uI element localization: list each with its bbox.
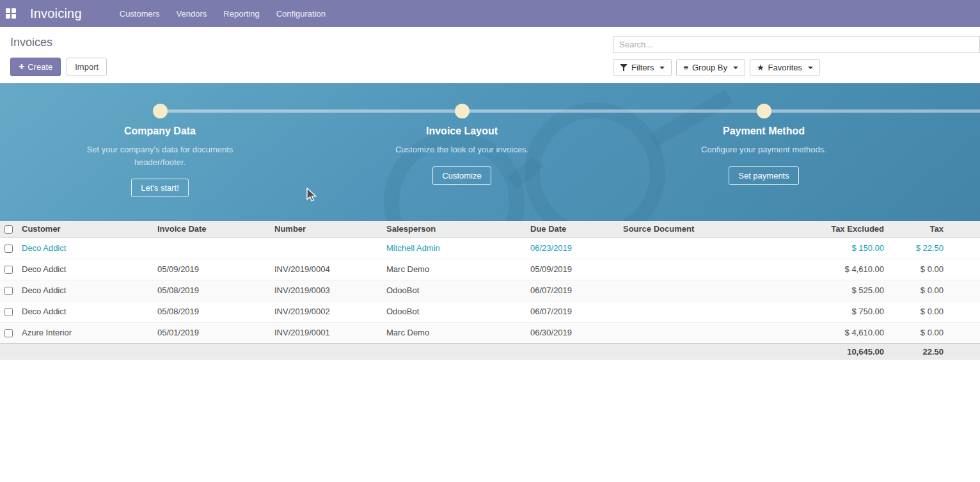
table-row[interactable]: Deco Addict 05/08/2019 INV/2019/0003 Odo… [0, 280, 980, 301]
set-payments-button[interactable]: Set payments [729, 166, 799, 185]
filters-label: Filters [631, 63, 654, 72]
customize-button[interactable]: Customize [432, 166, 491, 185]
cell-invoice-date: 05/08/2019 [152, 301, 269, 322]
onboarding-step-payment-method: Payment Method Configure your payment me… [668, 125, 860, 185]
cell-due-date: 06/23/2019 [525, 237, 618, 259]
row-checkbox[interactable] [4, 245, 13, 253]
cell-tax-excluded: $ 525.00 [782, 280, 889, 301]
total-tax-excluded: 10,645.00 [782, 343, 889, 360]
cell-number: INV/2019/0001 [269, 322, 381, 343]
cell-salesperson: OdooBot [381, 301, 525, 322]
cell-customer: Deco Addict [17, 259, 152, 280]
cell-due-date: 06/07/2019 [525, 301, 618, 322]
table-row[interactable]: Deco Addict 05/08/2019 INV/2019/0002 Odo… [0, 301, 980, 322]
onboarding-step-invoice-layout: Invoice Layout Customize the look of you… [366, 125, 558, 185]
cell-number: INV/2019/0002 [269, 301, 381, 322]
favorites-dropdown[interactable]: ★ Favorites [750, 59, 820, 76]
cell-salesperson: Mitchell Admin [381, 237, 525, 259]
col-customer[interactable]: Customer [17, 221, 152, 237]
row-checkbox[interactable] [4, 287, 13, 295]
col-number[interactable]: Number [269, 221, 381, 237]
filters-dropdown[interactable]: Filters [613, 59, 672, 76]
step-description: Customize the look of your invoices. [388, 143, 536, 156]
cell-tax-excluded: $ 4,610.00 [782, 322, 889, 343]
cell-customer: Deco Addict [17, 237, 152, 259]
menu-configuration[interactable]: Configuration [268, 0, 334, 27]
select-all-checkbox[interactable] [4, 225, 13, 234]
apps-menu-icon[interactable] [6, 8, 17, 19]
cell-tax: $ 0.00 [889, 301, 949, 322]
step-title: Invoice Layout [366, 125, 558, 137]
cell-tax: $ 0.00 [889, 322, 949, 343]
onboarding-step-company-data: Company Data Set your company's data for… [64, 125, 256, 197]
cell-invoice-date: 05/01/2019 [152, 322, 269, 343]
cell-source-document [618, 322, 782, 343]
onboarding-progress-line [160, 109, 980, 113]
cell-due-date: 06/30/2019 [525, 322, 618, 343]
table-row[interactable]: Deco Addict 05/09/2019 INV/2019/0004 Mar… [0, 259, 980, 280]
cell-salesperson: Marc Demo [381, 259, 525, 280]
cell-tax: $ 0.00 [889, 280, 949, 301]
cell-number [269, 237, 381, 259]
group-by-label: Group By [692, 63, 727, 72]
row-checkbox[interactable] [4, 308, 13, 316]
control-panel: Invoices ✚ Create Import Filters ≡ Group… [0, 27, 980, 83]
totals-row: 10,645.00 22.50 [0, 343, 980, 360]
group-by-dropdown[interactable]: ≡ Group By [676, 59, 745, 76]
cell-customer: Deco Addict [17, 301, 152, 322]
table-header-row: Customer Invoice Date Number Salesperson… [0, 221, 980, 237]
onboarding-banner: Company Data Set your company's data for… [0, 83, 980, 221]
col-tax[interactable]: Tax [889, 221, 949, 237]
cell-customer: Deco Addict [17, 280, 152, 301]
table-row[interactable]: Deco Addict Mitchell Admin 06/23/2019 $ … [0, 237, 980, 259]
cell-due-date: 05/09/2019 [525, 259, 618, 280]
cell-source-document [618, 237, 782, 259]
menu-customers[interactable]: Customers [111, 0, 168, 27]
row-checkbox[interactable] [4, 329, 13, 337]
step-title: Company Data [64, 125, 256, 137]
cell-source-document [618, 259, 782, 280]
col-salesperson[interactable]: Salesperson [381, 221, 525, 237]
cell-tax-excluded: $ 4,610.00 [782, 259, 889, 280]
create-button-label: Create [28, 61, 52, 72]
chevron-down-icon [660, 67, 665, 69]
filter-funnel-icon [620, 64, 628, 71]
cell-tax: $ 22.50 [889, 237, 949, 259]
cell-customer: Azure Interior [17, 322, 152, 343]
app-brand[interactable]: Invoicing [30, 6, 82, 21]
favorites-label: Favorites [768, 63, 802, 72]
star-icon: ★ [757, 64, 764, 72]
cell-number: INV/2019/0004 [269, 259, 381, 280]
menu-vendors[interactable]: Vendors [168, 0, 216, 27]
step-description: Configure your payment methods. [690, 143, 838, 156]
cell-salesperson: OdooBot [381, 280, 525, 301]
step-dot-company-data [153, 104, 168, 118]
lets-start-button[interactable]: Let's start! [131, 179, 189, 197]
cell-due-date: 06/07/2019 [525, 280, 618, 301]
invoices-table: Customer Invoice Date Number Salesperson… [0, 221, 980, 360]
search-input[interactable] [613, 36, 980, 53]
cell-tax-excluded: $ 750.00 [782, 301, 889, 322]
create-button[interactable]: ✚ Create [10, 58, 61, 76]
menu-reporting[interactable]: Reporting [215, 0, 267, 27]
cell-invoice-date [152, 237, 269, 259]
cell-number: INV/2019/0003 [269, 280, 381, 301]
chevron-down-icon [808, 67, 813, 69]
col-tax-excluded[interactable]: Tax Excluded [782, 221, 889, 237]
top-navbar: Invoicing Customers Vendors Reporting Co… [0, 0, 980, 27]
col-source-document[interactable]: Source Document [618, 221, 782, 237]
import-button[interactable]: Import [67, 58, 107, 76]
cell-invoice-date: 05/08/2019 [152, 280, 269, 301]
col-due-date[interactable]: Due Date [525, 221, 618, 237]
col-invoice-date[interactable]: Invoice Date [152, 221, 269, 237]
group-by-icon: ≡ [683, 64, 688, 72]
step-title: Payment Method [668, 125, 860, 137]
main-menu: Customers Vendors Reporting Configuratio… [111, 0, 334, 27]
chevron-down-icon [733, 67, 738, 69]
step-description: Set your company's data for documents he… [86, 143, 234, 168]
plus-icon: ✚ [19, 61, 24, 72]
cell-tax: $ 0.00 [889, 259, 949, 280]
row-checkbox[interactable] [4, 266, 13, 274]
step-dot-payment-method [757, 104, 771, 118]
table-row[interactable]: Azure Interior 05/01/2019 INV/2019/0001 … [0, 322, 980, 343]
